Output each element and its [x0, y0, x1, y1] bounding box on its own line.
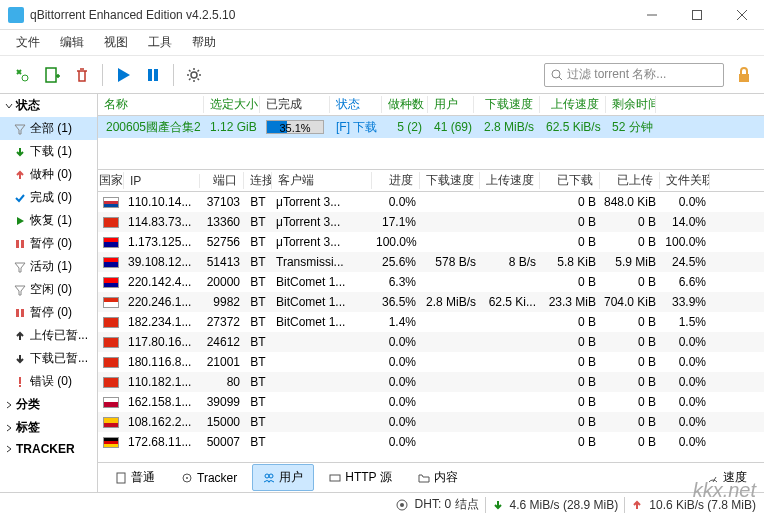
sidebar: 状态 全部 (1)下载 (1)做种 (0)完成 (0)恢复 (1)暂停 (0)活… [0, 94, 98, 492]
col-ip[interactable]: IP [124, 174, 200, 188]
menu-view[interactable]: 视图 [96, 31, 136, 54]
menu-help[interactable]: 帮助 [184, 31, 224, 54]
svg-point-26 [400, 503, 404, 507]
settings-button[interactable] [180, 61, 208, 89]
col-port[interactable]: 端口 [200, 172, 244, 189]
dl-speed-status[interactable]: 4.6 MiB/s (28.9 MiB) [510, 498, 619, 512]
dht-status[interactable]: DHT: 0 结点 [415, 496, 479, 513]
doc-icon [115, 472, 127, 484]
peer-row[interactable]: 108.162.2...15000BT0.0%0 B0 B0.0% [98, 412, 764, 432]
tab-tracker[interactable]: Tracker [170, 464, 248, 491]
upload-icon [631, 499, 643, 511]
sidebar-cat-status[interactable]: 状态 [0, 94, 97, 117]
sidebar-item[interactable]: 暂停 (0) [0, 301, 97, 324]
sidebar-item[interactable]: 全部 (1) [0, 117, 97, 140]
ul-speed-status[interactable]: 10.6 KiB/s (7.8 MiB) [649, 498, 756, 512]
sidebar-item[interactable]: 空闲 (0) [0, 278, 97, 301]
col-eta[interactable]: 剩余时间 [606, 96, 656, 113]
resume-button[interactable] [109, 61, 137, 89]
close-button[interactable] [719, 0, 764, 30]
download-icon [492, 499, 504, 511]
pause-button[interactable] [139, 61, 167, 89]
flag-icon [98, 257, 124, 268]
menubar: 文件 编辑 视图 工具 帮助 [0, 30, 764, 56]
peer-row[interactable]: 110.10.14...37103BTμTorrent 3...0.0%0 B8… [98, 192, 764, 212]
peer-row[interactable]: 162.158.1...39099BT0.0%0 B0 B0.0% [98, 392, 764, 412]
filter-input[interactable]: 过滤 torrent 名称... [544, 63, 724, 87]
sidebar-item[interactable]: 做种 (0) [0, 163, 97, 186]
tab-users[interactable]: 用户 [252, 464, 314, 491]
peer-row[interactable]: 220.246.1...9982BTBitComet 1...36.5%2.8 … [98, 292, 764, 312]
menu-tools[interactable]: 工具 [140, 31, 180, 54]
flag-icon [98, 377, 124, 388]
col-dlspeed[interactable]: 下载速度 [474, 96, 540, 113]
sidebar-cat-tracker[interactable]: TRACKER [0, 439, 97, 459]
users-icon [263, 472, 275, 484]
col-pul[interactable]: 上传速度 [480, 172, 540, 189]
col-pdl[interactable]: 下载速度 [420, 172, 480, 189]
svg-rect-17 [19, 385, 21, 387]
peer-row[interactable]: 220.142.4...20000BTBitComet 1...6.3%0 B0… [98, 272, 764, 292]
torrent-row[interactable]: 200605國產合集21.12 GiB35.1%[F] 下载5 (2)41 (6… [98, 116, 764, 138]
sidebar-item[interactable]: 完成 (0) [0, 186, 97, 209]
menu-file[interactable]: 文件 [8, 31, 48, 54]
col-pdld[interactable]: 已下载 [540, 172, 600, 189]
col-size[interactable]: 选定大小 [204, 96, 260, 113]
peer-row[interactable]: 1.173.125...52756BTμTorrent 3...100.0%0 … [98, 232, 764, 252]
sidebar-cat-tags[interactable]: 标签 [0, 416, 97, 439]
dht-icon [395, 498, 409, 512]
svg-point-22 [269, 474, 273, 478]
add-file-button[interactable] [38, 61, 66, 89]
flag-icon [98, 297, 124, 308]
chevron-right-icon [4, 423, 14, 433]
peer-row[interactable]: 110.182.1...80BT0.0%0 B0 B0.0% [98, 372, 764, 392]
sidebar-item[interactable]: 错误 (0) [0, 370, 97, 393]
col-prog[interactable]: 进度 [372, 172, 420, 189]
peer-row[interactable]: 114.83.73...13360BTμTorrent 3...17.1%0 B… [98, 212, 764, 232]
col-name[interactable]: 名称 [98, 96, 204, 113]
tab-doc[interactable]: 普通 [104, 464, 166, 491]
lock-button[interactable] [732, 63, 756, 87]
peer-row[interactable]: 117.80.16...24612BT0.0%0 B0 B0.0% [98, 332, 764, 352]
col-seeds[interactable]: 做种数 [382, 96, 428, 113]
col-ulspeed[interactable]: 上传速度 [540, 96, 606, 113]
add-link-button[interactable] [8, 61, 36, 89]
tab-http[interactable]: HTTP 源 [318, 464, 402, 491]
flag-icon [98, 217, 124, 228]
sidebar-item[interactable]: 恢复 (1) [0, 209, 97, 232]
peer-row[interactable]: 39.108.12...51413BTTransmissi...25.6%578… [98, 252, 764, 272]
peer-row[interactable]: 180.116.8...21001BT0.0%0 B0 B0.0% [98, 352, 764, 372]
tab-speed[interactable]: 速度 [696, 464, 758, 491]
torrent-header[interactable]: 名称 选定大小 已完成 状态 做种数 用户 下载速度 上传速度 剩余时间 [98, 94, 764, 116]
flag-icon [98, 197, 124, 208]
peer-row[interactable]: 172.68.11...50007BT0.0%0 B0 B0.0% [98, 432, 764, 452]
col-puld[interactable]: 已上传 [600, 172, 660, 189]
sidebar-item[interactable]: 活动 (1) [0, 255, 97, 278]
minimize-button[interactable] [629, 0, 674, 30]
col-country[interactable]: 国家 [98, 172, 124, 189]
delete-button[interactable] [68, 61, 96, 89]
col-conn[interactable]: 连接 [244, 172, 272, 189]
maximize-button[interactable] [674, 0, 719, 30]
sidebar-item[interactable]: 暂停 (0) [0, 232, 97, 255]
sidebar-cat-category[interactable]: 分类 [0, 393, 97, 416]
col-client[interactable]: 客户端 [272, 172, 372, 189]
sidebar-item[interactable]: 上传已暂... [0, 324, 97, 347]
bottom-tabs: 普通Tracker用户HTTP 源内容 速度 [98, 462, 764, 492]
menu-edit[interactable]: 编辑 [52, 31, 92, 54]
peers-header[interactable]: 国家 IP 端口 连接 客户端 进度 下载速度 上传速度 已下载 已上传 文件关… [98, 170, 764, 192]
svg-point-20 [186, 477, 188, 479]
sidebar-item[interactable]: 下载 (1) [0, 140, 97, 163]
app-icon [8, 7, 24, 23]
col-prel[interactable]: 文件关联 [660, 172, 710, 189]
svg-rect-16 [19, 377, 21, 384]
svg-rect-7 [154, 69, 158, 81]
svg-rect-5 [46, 68, 56, 82]
col-progress[interactable]: 已完成 [260, 96, 330, 113]
toolbar: 过滤 torrent 名称... [0, 56, 764, 94]
col-peers[interactable]: 用户 [428, 96, 474, 113]
sidebar-item[interactable]: 下载已暂... [0, 347, 97, 370]
col-status[interactable]: 状态 [330, 96, 382, 113]
peer-row[interactable]: 182.234.1...27372BTBitComet 1...1.4%0 B0… [98, 312, 764, 332]
tab-folder[interactable]: 内容 [407, 464, 469, 491]
